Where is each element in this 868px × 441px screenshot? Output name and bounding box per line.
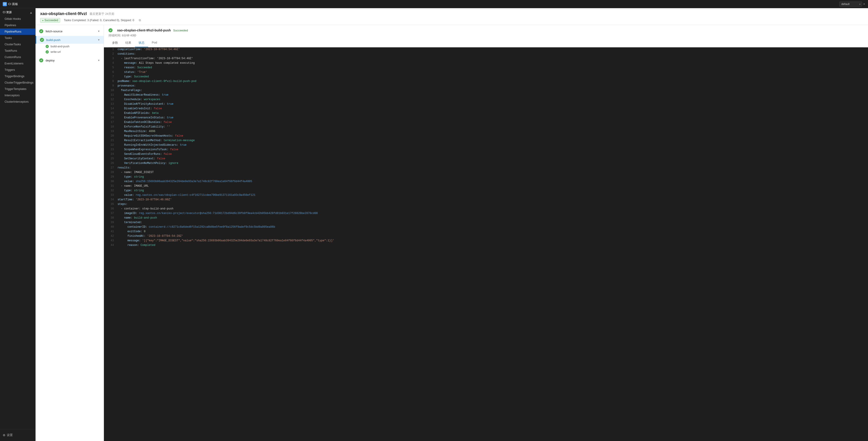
- task-group-header-fetch-source[interactable]: fetch-source ▼: [36, 27, 104, 35]
- sidebar-collapse-button[interactable]: ▲: [29, 11, 33, 14]
- line-content: type: string: [118, 189, 144, 193]
- sidebar-item-pipelines[interactable]: Pipelines: [0, 22, 35, 29]
- sidebar-item-label: ClusterInterceptors: [5, 100, 29, 103]
- sidebar-item-clusterinterceptors[interactable]: ClusterInterceptors: [0, 99, 35, 105]
- chevron-icon-build-push: ▼: [97, 38, 100, 41]
- line-number: 7: [107, 75, 114, 79]
- line-number: 22: [107, 143, 114, 147]
- code-line: 4 message: All Steps have completed exec…: [104, 61, 868, 66]
- task-name-fetch-source: fetch-source: [45, 30, 96, 33]
- sidebar-item-customruns[interactable]: CustomRuns: [0, 54, 35, 60]
- task-group-header-deploy[interactable]: deploy ▼: [36, 57, 104, 64]
- sidebar-item-label: TaskRuns: [5, 49, 17, 53]
- line-content: message: '[{"key":"IMAGE_DIGEST","value"…: [118, 239, 334, 243]
- line-content: startTime: '2023-10-07T04:46:00Z': [118, 198, 172, 202]
- task-status-icon-deploy: [39, 58, 43, 62]
- sidebar-item-tasks[interactable]: Tasks: [0, 35, 35, 41]
- code-line: 30 value: sha256:15693b06aab394325e204de…: [104, 179, 868, 184]
- tasks-info: Tasks Completed: 3 (Failed: 0, Cancelled…: [64, 19, 134, 22]
- code-line: 41 exitCode: 0: [104, 230, 868, 234]
- line-number: 23: [107, 147, 114, 152]
- chevron-icon-fetch-source: ▼: [97, 30, 100, 33]
- sidebar-item-label: Interceptors: [5, 94, 20, 97]
- code-line: 15 EnableAPIFields: beta: [104, 111, 868, 116]
- sidebar-item-triggertemplates[interactable]: TriggerTemplates: [0, 86, 35, 92]
- code-line: 42 finishedAt: '2023-10-07T04:54:28Z': [104, 234, 868, 239]
- copy-icon[interactable]: ⧉: [139, 19, 141, 22]
- detail-status-icon: [108, 28, 113, 32]
- sub-item-label-write-url: write-url: [51, 50, 61, 54]
- line-content: podName: xao-obsplan-client-9fvzl-build-…: [118, 79, 196, 84]
- code-line: 22 RunningInEnvWithInjectedSidecars: tru…: [104, 143, 868, 147]
- settings-label: 设置: [7, 433, 13, 437]
- tab-pod[interactable]: Pod: [148, 39, 161, 47]
- sidebar: CI 资源 ▲ Gitlab Hooks Pipelines PipelineR…: [0, 8, 36, 441]
- line-number: 10: [107, 88, 114, 93]
- line-content: DisableCredsInit: false: [118, 107, 162, 111]
- sidebar-item-interceptors[interactable]: Interceptors: [0, 92, 35, 99]
- sidebar-item-eventlisteners[interactable]: EventListeners: [0, 60, 35, 67]
- sidebar-item-clustertriggerbindings[interactable]: ClusterTriggerBindings: [0, 79, 35, 86]
- line-number: 36: [107, 207, 114, 211]
- sidebar-item-taskruns[interactable]: TaskRuns: [0, 47, 35, 54]
- code-line: 3 - lastTransitionTime: '2023-10-07T04:5…: [104, 57, 868, 61]
- task-name-build-push: build-push: [46, 38, 96, 42]
- line-number: 29: [107, 175, 114, 179]
- line-content: - container: step-build-and-push: [118, 207, 174, 211]
- line-content: DisableAffinityAssistant: true: [118, 102, 174, 107]
- line-number: 4: [107, 61, 114, 66]
- line-content: SetSecurityContext: false: [118, 157, 165, 161]
- line-content: containerID: containerd://c8271c8a6ded6f…: [118, 225, 275, 230]
- code-line: 5 reason: Succeeded: [104, 66, 868, 70]
- line-content: - name: IMAGE_DIGEST: [118, 170, 154, 175]
- tab-params[interactable]: 参数: [108, 39, 122, 47]
- code-line: 23 ScopeWhenExpressionsToTask: false: [104, 147, 868, 152]
- code-line: 17 EnableTektonOCIBundles: false: [104, 120, 868, 125]
- sub-status-icon-write-url: [45, 50, 49, 54]
- code-line: 37 imageID: reg.xaotos.cn/kaniko-project…: [104, 211, 868, 216]
- line-number: 35: [107, 202, 114, 207]
- line-content: type: string: [118, 175, 144, 179]
- task-group-header-build-push[interactable]: build-push ▼: [36, 36, 104, 44]
- sidebar-item-triggerbindings[interactable]: TriggerBindings: [0, 73, 35, 79]
- line-content: Coschedule: workspaces: [118, 97, 160, 102]
- line-content: status: 'True': [118, 70, 147, 75]
- code-line: 35steps:: [104, 202, 868, 207]
- code-line: 24 SendCloudEventsForRuns: false: [104, 152, 868, 157]
- line-content: message: All Steps have completed execut…: [118, 61, 195, 66]
- logo-text: CI 面板: [8, 2, 18, 6]
- code-line: 10 featureFlags:: [104, 88, 868, 93]
- sidebar-item-clustertasks[interactable]: ClusterTasks: [0, 41, 35, 47]
- tab-results[interactable]: 结果: [122, 39, 135, 47]
- sidebar-item-gitlab-hooks[interactable]: Gitlab Hooks: [0, 16, 35, 22]
- tab-status[interactable]: 状态: [135, 39, 148, 47]
- sidebar-item-triggers[interactable]: Triggers: [0, 67, 35, 73]
- sidebar-item-pipelineruns[interactable]: PipelineRuns: [0, 29, 35, 35]
- line-number: 41: [107, 230, 114, 234]
- namespace-dropdown[interactable]: default: [839, 2, 862, 7]
- code-line: 18 EnforceNonfalsifiability: '': [104, 125, 868, 129]
- code-line: 19 MaxResultSize: 4096: [104, 129, 868, 134]
- task-sub-items-build-push: build-and-push write-url: [36, 44, 104, 56]
- line-number: 30: [107, 179, 114, 184]
- detail-duration: 持续时间: 8分钟 40秒: [108, 34, 863, 38]
- topbar-right: default ✕: [839, 2, 865, 7]
- line-content: type: Succeeded: [118, 75, 149, 79]
- code-line: 21 ResultExtractionMethod: termination-m…: [104, 138, 868, 143]
- sub-item-write-url[interactable]: write-url: [45, 49, 104, 55]
- sub-item-build-and-push[interactable]: build-and-push: [45, 44, 104, 49]
- detail-tabs: 参数 结果 状态 Pod: [108, 39, 863, 47]
- line-content: EnforceNonfalsifiability: '': [118, 125, 170, 129]
- line-content: results:: [118, 166, 131, 170]
- line-number: 13: [107, 102, 114, 107]
- line-content: terminated:: [118, 220, 142, 225]
- task-status-icon-fetch-source: [39, 29, 43, 33]
- code-line: 9provenance:: [104, 84, 868, 88]
- settings-item[interactable]: ⚙ 设置: [3, 432, 33, 439]
- line-content: AwaitSidecarReadiness: true: [118, 93, 168, 97]
- line-number: 18: [107, 125, 114, 129]
- line-content: conditions:: [118, 52, 135, 57]
- line-number: 26: [107, 161, 114, 166]
- line-number: 33: [107, 193, 114, 198]
- dropdown-clear-button[interactable]: ✕: [863, 2, 865, 6]
